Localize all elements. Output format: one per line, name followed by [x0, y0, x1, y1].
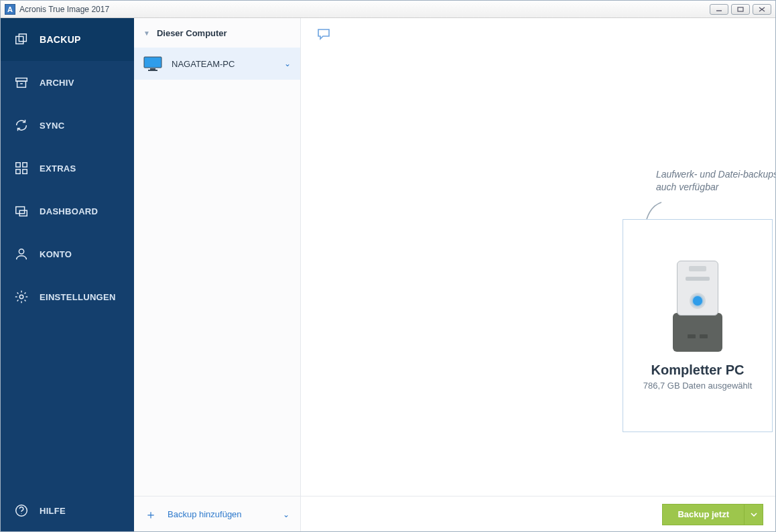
help-icon [14, 503, 29, 518]
sidebar-item-extras[interactable]: EXTRAS [1, 147, 134, 190]
svg-point-15 [19, 249, 23, 254]
user-icon [14, 247, 29, 261]
sync-icon [14, 118, 29, 133]
window-minimize-button[interactable] [710, 4, 728, 15]
dashboard-icon [14, 204, 29, 218]
chevron-down-icon[interactable]: ⌄ [283, 510, 289, 519]
sidebar-item-label: EXTRAS [40, 163, 76, 174]
sidebar-item-label: ARCHIV [40, 78, 74, 88]
sidebar-item-label: KONTO [40, 249, 72, 259]
svg-rect-10 [23, 163, 27, 167]
backup-hint-text: Laufwerk- und Datei-backups sind auch ve… [656, 168, 776, 194]
device-name: NAGATEAM-PC [172, 59, 275, 69]
archive-icon [14, 75, 29, 90]
sidebar-item-dashboard[interactable]: DASHBOARD [1, 190, 134, 232]
backup-icon [14, 32, 29, 47]
backup-now-label: Backup jetzt [663, 509, 744, 519]
device-item[interactable]: NAGATEAM-PC ⌄ [134, 48, 300, 80]
gear-icon [14, 289, 29, 304]
plus-icon: ＋ [145, 507, 157, 523]
svg-rect-1 [738, 7, 743, 11]
device-panel: ▼ Dieser Computer NAGATEAM-PC ⌄ ＋ Backup… [134, 18, 301, 532]
svg-rect-9 [16, 163, 20, 167]
sidebar: BACKUP ARCHIV SYNC EXTRAS DASHBOARD [1, 18, 134, 532]
source-card-title: Kompletter PC [651, 362, 745, 378]
svg-rect-5 [19, 34, 26, 42]
comment-icon[interactable] [317, 28, 330, 43]
sidebar-item-backup[interactable]: BACKUP [1, 18, 134, 61]
svg-rect-21 [148, 70, 157, 71]
svg-rect-11 [16, 170, 20, 174]
sidebar-item-label: SYNC [40, 121, 64, 131]
sidebar-item-konto[interactable]: KONTO [1, 232, 134, 275]
add-backup-label: Backup hinzufügen [168, 509, 272, 519]
app-icon: A [5, 4, 15, 15]
window-maximize-button[interactable] [731, 4, 750, 15]
device-group-header[interactable]: ▼ Dieser Computer [134, 18, 300, 48]
sidebar-item-sync[interactable]: SYNC [1, 104, 134, 147]
backup-now-button[interactable]: Backup jetzt [662, 504, 763, 525]
window-close-button[interactable] [753, 4, 771, 15]
chevron-down-icon[interactable]: ⌄ [284, 59, 291, 68]
svg-rect-19 [144, 57, 161, 68]
window-titlebar: A Acronis True Image 2017 [1, 1, 775, 18]
svg-rect-20 [150, 68, 155, 70]
main-area: Laufwerk- und Datei-backups sind auch ve… [301, 18, 775, 532]
add-backup-button[interactable]: ＋ Backup hinzufügen ⌄ [134, 496, 300, 532]
sidebar-item-einstellungen[interactable]: EINSTELLUNGEN [1, 275, 134, 318]
sidebar-item-label: EINSTELLUNGEN [40, 292, 116, 302]
caret-down-icon: ▼ [143, 29, 150, 37]
svg-point-16 [19, 295, 23, 299]
grid-icon [14, 161, 29, 176]
sidebar-item-label: DASHBOARD [40, 206, 98, 216]
pc-tower-icon [673, 261, 722, 352]
sidebar-item-label: BACKUP [40, 34, 81, 45]
svg-rect-7 [17, 81, 26, 87]
sidebar-item-hilfe[interactable]: HILFE [1, 489, 134, 532]
device-group-label: Dieser Computer [157, 28, 227, 38]
window-title: Acronis True Image 2017 [19, 5, 710, 14]
sidebar-item-archiv[interactable]: ARCHIV [1, 61, 134, 104]
backup-source-card[interactable]: Kompletter PC 786,7 GB Daten ausgewählt [623, 219, 773, 432]
sidebar-item-label: HILFE [40, 506, 66, 516]
action-bar: Backup jetzt [301, 496, 775, 532]
monitor-icon [143, 56, 162, 71]
backup-now-dropdown[interactable] [744, 505, 763, 525]
svg-rect-12 [23, 170, 27, 174]
source-card-subtitle: 786,7 GB Daten ausgewählt [643, 381, 753, 391]
svg-rect-4 [16, 36, 23, 44]
